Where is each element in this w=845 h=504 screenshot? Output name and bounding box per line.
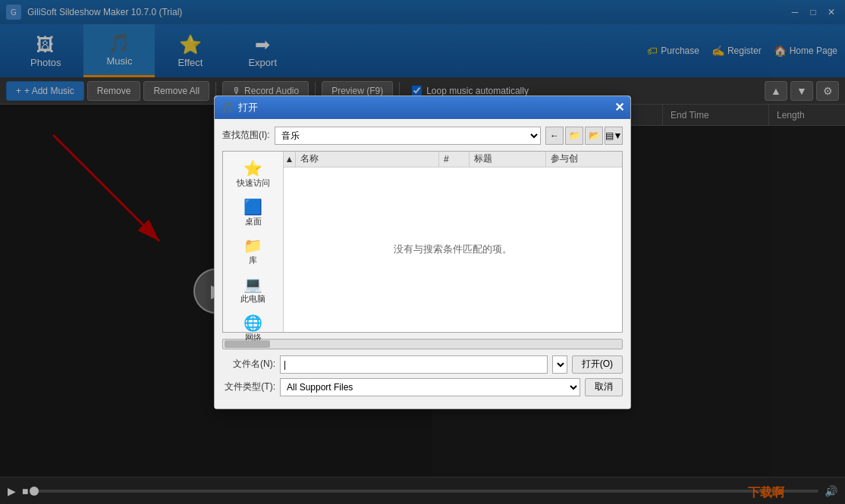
filename-row: 文件名(N): 打开(O) xyxy=(222,355,623,374)
expand-col[interactable]: ▲ xyxy=(284,152,296,167)
dialog-close-button[interactable]: ✕ xyxy=(614,100,624,114)
file-list-header: ▲ 名称 # 标题 参与创 xyxy=(284,152,622,168)
sidebar-desktop[interactable]: 🟦 桌面 xyxy=(240,195,265,230)
dialog-title-bar: 🎵 打开 ✕ xyxy=(215,96,630,119)
col-author: 参与创 xyxy=(546,152,622,167)
nav-back-button[interactable]: ← xyxy=(545,127,564,145)
filename-label: 文件名(N): xyxy=(222,358,275,371)
dialog-nav-buttons: ← 📁 📂 ▤▼ xyxy=(545,127,623,145)
open-dialog: 🎵 打开 ✕ 查找范围(I): 音乐 ← 📁 📂 ▤▼ xyxy=(214,95,631,409)
scrollbar-thumb[interactable] xyxy=(225,340,270,348)
filetype-select[interactable]: All Support Files xyxy=(280,378,580,396)
filename-dropdown[interactable] xyxy=(552,355,567,374)
dialog-overlay: 🎵 打开 ✕ 查找范围(I): 音乐 ← 📁 📂 ▤▼ xyxy=(0,0,845,504)
empty-message: 没有与搜索条件匹配的项。 xyxy=(394,243,512,256)
this-pc-label: 此电脑 xyxy=(240,293,265,305)
open-button[interactable]: 打开(O) xyxy=(572,355,623,374)
library-icon: 📁 xyxy=(243,236,262,255)
search-row: 查找范围(I): 音乐 ← 📁 📂 ▤▼ xyxy=(222,127,623,145)
sidebar-library[interactable]: 📁 库 xyxy=(240,233,265,269)
filetype-row: 文件类型(T): All Support Files 取消 xyxy=(222,378,623,396)
filename-input[interactable] xyxy=(280,355,548,374)
sidebar-this-pc[interactable]: 💻 此电脑 xyxy=(237,272,269,308)
quick-access-label: 快速访问 xyxy=(237,177,270,189)
search-label: 查找范围(I): xyxy=(222,129,270,142)
this-pc-icon: 💻 xyxy=(243,275,262,293)
dialog-title-text: 打开 xyxy=(238,101,614,114)
network-icon: 🌐 xyxy=(243,314,262,332)
col-name: 名称 xyxy=(296,152,439,167)
desktop-icon: 🟦 xyxy=(243,198,262,216)
nav-up-button[interactable]: 📁 xyxy=(565,127,583,145)
desktop-label: 桌面 xyxy=(245,216,262,227)
nav-view-button[interactable]: ▤▼ xyxy=(605,127,623,145)
sidebar-quick-access[interactable]: ⭐ 快速访问 xyxy=(234,156,273,192)
library-label: 库 xyxy=(249,255,257,266)
dialog-body: 查找范围(I): 音乐 ← 📁 📂 ▤▼ ⭐ 快速访问 xyxy=(215,119,630,409)
quick-access-icon: ⭐ xyxy=(243,159,262,177)
col-title: 标题 xyxy=(470,152,546,167)
nav-new-folder-button[interactable]: 📂 xyxy=(585,127,603,145)
cancel-button[interactable]: 取消 xyxy=(585,378,623,396)
col-num: # xyxy=(439,152,470,167)
search-location-select[interactable]: 音乐 xyxy=(275,127,541,145)
file-list-body: 没有与搜索条件匹配的项。 xyxy=(284,167,622,331)
dialog-title-icon: 🎵 xyxy=(221,102,234,114)
horizontal-scrollbar[interactable] xyxy=(222,339,623,349)
filetype-label: 文件类型(T): xyxy=(222,380,275,393)
